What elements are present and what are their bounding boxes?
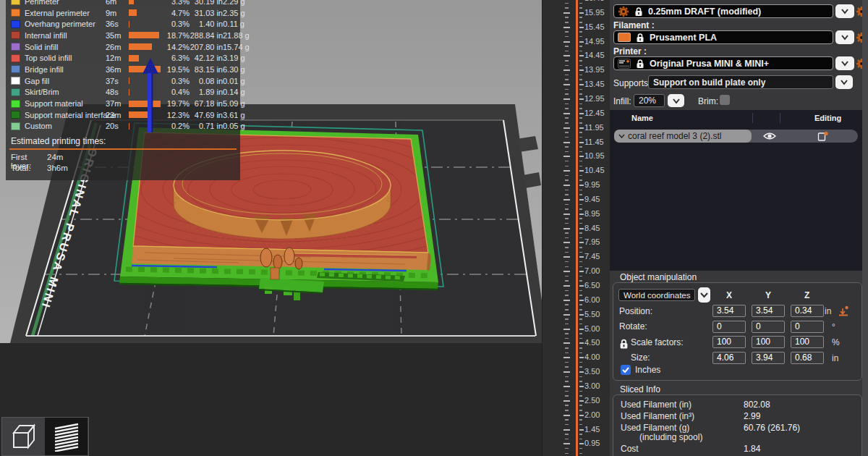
panel-scrollbar[interactable] [862, 0, 868, 456]
drop-to-bed-icon[interactable] [838, 305, 849, 317]
feature-length: 47.69 in [190, 111, 223, 119]
print-settings-preset-combo[interactable]: 0.25mm DRAFT (modified) [613, 4, 833, 18]
infill-dropdown-button[interactable] [668, 94, 684, 107]
slider-tick [579, 347, 582, 349]
slider-tick [565, 108, 569, 109]
slider-tick [579, 199, 584, 200]
feature-color-swatch [11, 43, 20, 51]
legend-row[interactable]: Internal infill35m18.7%288.84 in21.88 g [6, 30, 240, 41]
feature-color-swatch [11, 20, 20, 28]
sliced-info-box: Used Filament (in)802.08Used Filament (i… [613, 394, 862, 456]
legend-row[interactable]: Gap fill37s0.3%0.08 in0.01 g [6, 75, 240, 87]
printer-preset-combo[interactable]: Original Prusa MINI & MINI+ [613, 56, 833, 70]
filament-dropdown-button[interactable] [835, 30, 854, 44]
slider-tick [563, 27, 570, 28]
feature-label: Overhang perimeter [20, 20, 106, 28]
brim-checkbox[interactable] [720, 95, 730, 105]
feature-length: 67.18 in [190, 99, 223, 108]
feature-label: Perimeter [20, 0, 106, 6]
layer-slider-track[interactable] [576, 0, 578, 456]
slider-tick [563, 12, 570, 14]
slider-tick [565, 194, 569, 195]
expand-caret-icon[interactable] [618, 134, 625, 138]
manipulation-input-y[interactable]: 0 [752, 321, 785, 333]
layer-height-label: 11.95 [584, 123, 604, 132]
slider-tick [563, 415, 570, 416]
slider-tick [563, 199, 570, 200]
slider-tick [565, 190, 569, 191]
slider-tick [579, 242, 584, 243]
manipulation-input-y[interactable]: 3.94 [752, 352, 785, 364]
supports-value: Support on build plate only [653, 77, 765, 88]
object-name-cell[interactable]: coral reef model 3 (2).stl [614, 130, 752, 143]
slider-tick [579, 357, 584, 358]
feature-time: 35m [106, 31, 129, 40]
supports-dropdown-button[interactable] [835, 75, 853, 89]
printer-dropdown-button[interactable] [835, 56, 854, 70]
manipulation-input-y[interactable]: 100 [752, 336, 785, 348]
manipulation-input-x[interactable]: 100 [712, 336, 746, 348]
manipulation-input-z[interactable]: 0.34 [791, 305, 824, 317]
manipulation-input-z[interactable]: 0.68 [791, 352, 824, 364]
object-row[interactable]: coral reef model 3 (2).stl [614, 130, 858, 143]
slider-tick [579, 228, 584, 229]
manipulation-input-y[interactable]: 3.54 [752, 305, 785, 317]
feature-weight: 21.88 g [223, 31, 244, 40]
inches-checkbox[interactable] [621, 365, 631, 375]
feature-percent: 4.7% [165, 9, 190, 17]
filament-preset-combo[interactable]: Prusament PLA [613, 30, 833, 44]
legend-row[interactable]: Custom20s0.2%0.71 in0.05 g [6, 121, 240, 132]
slider-tick [565, 309, 569, 311]
slider-tick [579, 75, 582, 76]
manipulation-input-x[interactable]: 4.06 [712, 352, 746, 364]
slider-tick [565, 295, 569, 296]
coordinates-dropdown-button[interactable] [698, 287, 710, 303]
z-axis-arrow [142, 58, 158, 134]
manipulation-row: Rotate:000° [613, 321, 861, 333]
feature-percent: 19.5% [165, 65, 190, 74]
slider-tick [579, 166, 582, 167]
print-preset-dropdown-button[interactable] [835, 4, 854, 18]
coordinates-select[interactable]: World coordinates [618, 289, 695, 301]
legend-row[interactable]: Support material interface23m12.3%47.69 … [6, 109, 240, 121]
check-icon [621, 365, 631, 375]
manipulation-input-x[interactable]: 0 [712, 321, 746, 333]
legend-row[interactable]: Skirt/Brim48s0.4%1.89 in0.14 g [6, 87, 240, 98]
legend-row[interactable]: External perimeter9m4.7%31.03 in2.35 g [6, 7, 240, 19]
legend-row[interactable]: Support material37m19.7%67.18 in5.09 g [6, 98, 240, 109]
legend-row[interactable]: Overhang perimeter36s0.3%1.40 in0.11 g [6, 18, 240, 30]
infill-value: 20% [639, 96, 656, 106]
slider-tick [565, 453, 569, 455]
edit-settings-icon[interactable] [817, 131, 828, 141]
editor-view-button[interactable] [2, 418, 45, 455]
total-label: Total: [11, 164, 47, 174]
legend-row[interactable]: Bridge infill36m19.5%83.15 in6.30 g [6, 64, 240, 75]
slider-tick [565, 51, 569, 52]
feature-bar [129, 32, 165, 38]
manipulation-input-z[interactable]: 100 [791, 336, 824, 348]
slider-tick [579, 405, 582, 406]
slider-tick [565, 448, 569, 449]
slider-tick [579, 185, 584, 186]
slider-tick [579, 175, 582, 177]
supports-select[interactable]: Support on build plate only [648, 75, 833, 89]
eye-icon[interactable] [763, 132, 776, 140]
manipulation-input-z[interactable]: 0 [791, 321, 824, 333]
legend-row[interactable]: Perimeter6m3.3%30.19 in2.29 g [6, 0, 240, 7]
scale-lock-icon[interactable] [619, 338, 629, 350]
feature-bar [129, 0, 165, 4]
preview-view-button[interactable] [45, 418, 88, 455]
legend-row[interactable]: Solid infill26m14.2%207.80 in15.74 g [6, 41, 240, 53]
slider-tick [565, 324, 569, 325]
slider-tick [579, 60, 582, 62]
sliced-info-value: 60.76 (261.76) [744, 423, 800, 433]
slider-tick [579, 324, 582, 325]
infill-select[interactable]: 20% [634, 94, 665, 107]
layer-slider[interactable]: 16.4515.9515.4514.9514.4513.9513.4512.95… [542, 0, 610, 456]
3d-viewport[interactable]: ORIGINAL PRUSA MINI [0, 0, 542, 456]
manipulation-input-x[interactable]: 3.54 [712, 305, 746, 317]
slider-tick [579, 79, 582, 80]
printer-icon [618, 59, 631, 69]
legend-row[interactable]: Top solid infill12m6.3%42.12 in3.19 g [6, 52, 240, 64]
slider-tick [579, 309, 582, 311]
